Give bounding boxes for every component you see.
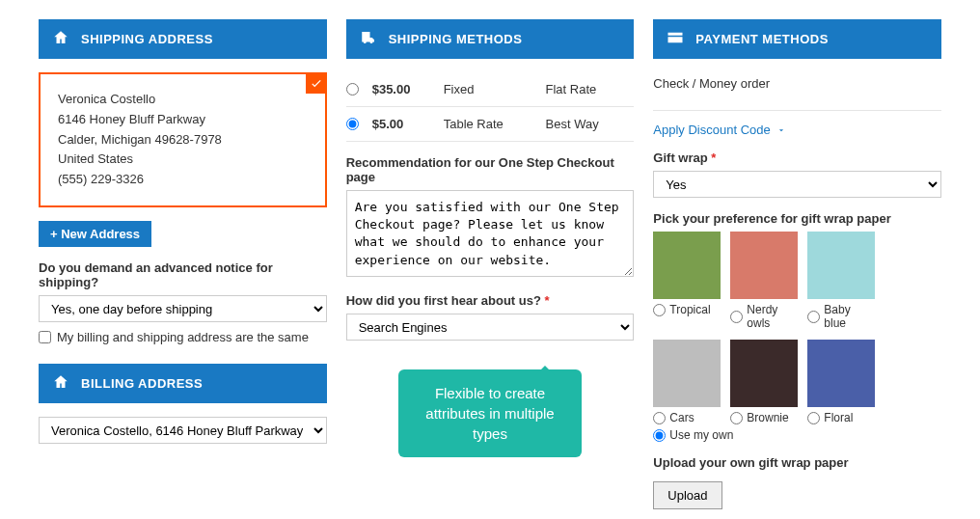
giftwrap-swatch[interactable]: Cars	[653, 340, 721, 424]
giftwrap-option-label: Tropical	[669, 303, 710, 316]
swatch-image[interactable]	[807, 232, 875, 299]
giftwrap-option-radio[interactable]	[730, 311, 743, 323]
apply-discount-link[interactable]: Apply Discount Code	[653, 123, 785, 137]
check-icon	[306, 72, 327, 94]
swatch-image[interactable]	[653, 340, 721, 407]
shipping-method-radio[interactable]	[346, 83, 359, 96]
advanced-notice-select[interactable]: Yes, one day before shipping	[39, 295, 327, 322]
giftwrap-option-radio[interactable]	[807, 412, 820, 424]
upload-label: Upload your own gift wrap paper	[653, 455, 941, 470]
giftwrap-option-radio[interactable]	[653, 412, 666, 424]
giftwrap-label: Gift wrap	[653, 150, 941, 165]
shipping-method: Flat Rate	[546, 82, 635, 96]
billing-address-select[interactable]: Veronica Costello, 6146 Honey Bluff Park…	[39, 417, 327, 444]
giftwrap-option-label: Use my own	[669, 428, 733, 442]
shipping-address-header: SHIPPING ADDRESS	[39, 19, 327, 59]
address-country: United States	[58, 150, 308, 170]
upload-button[interactable]: Upload	[653, 481, 721, 509]
home-icon	[52, 373, 69, 394]
giftwrap-option-label: Floral	[824, 411, 853, 424]
address-city: Calder, Michigan 49628-7978	[58, 130, 308, 150]
same-address-checkbox[interactable]	[39, 331, 51, 343]
callout-text: Flexible to create attributes in multipl…	[425, 385, 554, 442]
giftwrap-swatch[interactable]: Brownie	[730, 340, 798, 424]
billing-address-title: BILLING ADDRESS	[81, 376, 203, 391]
giftwrap-swatch[interactable]: Floral	[807, 340, 875, 424]
giftwrap-pref-label: Pick your preference for gift wrap paper	[653, 211, 941, 226]
hear-about-label: How did you first hear about us?	[346, 293, 635, 308]
truck-icon	[360, 29, 377, 49]
shipping-price: $5.00	[372, 117, 430, 131]
giftwrap-select[interactable]: Yes	[653, 171, 941, 198]
shipping-address-title: SHIPPING ADDRESS	[81, 32, 213, 46]
shipping-method: Best Way	[546, 117, 635, 131]
address-street: 6146 Honey Bluff Parkway	[58, 110, 308, 130]
swatch-image[interactable]	[807, 340, 875, 407]
giftwrap-option-label: Baby blue	[824, 303, 875, 330]
giftwrap-swatch[interactable]: Nerdy owls	[730, 232, 798, 330]
selected-address-card[interactable]: Veronica Costello 6146 Honey Bluff Parkw…	[39, 72, 327, 207]
giftwrap-swatch[interactable]: Tropical	[653, 232, 721, 330]
shipping-carrier: Table Rate	[444, 117, 532, 131]
new-address-button[interactable]: + New Address	[39, 221, 151, 247]
shipping-method-row[interactable]: $35.00 Fixed Flat Rate	[346, 72, 635, 107]
home-icon	[52, 29, 69, 49]
recommendation-label: Recommendation for our One Step Checkout…	[346, 155, 635, 184]
payment-methods-title: PAYMENT METHODS	[695, 32, 829, 46]
giftwrap-option-radio[interactable]	[653, 429, 666, 442]
billing-address-header: BILLING ADDRESS	[39, 364, 327, 403]
shipping-method-row[interactable]: $5.00 Table Rate Best Way	[346, 107, 635, 142]
address-name: Veronica Costello	[58, 90, 308, 110]
payment-method-label: Check / Money order	[653, 76, 941, 91]
swatch-image[interactable]	[730, 232, 798, 299]
hear-about-select[interactable]: Search Engines	[346, 314, 635, 341]
chevron-down-icon	[776, 125, 786, 135]
callout-bubble: Flexible to create attributes in multipl…	[398, 369, 582, 457]
recommendation-textarea[interactable]: Are you satisfied with our One Step Chec…	[346, 190, 635, 277]
giftwrap-option-label: Cars	[669, 411, 694, 424]
shipping-method-radio[interactable]	[346, 118, 359, 130]
swatch-image[interactable]	[730, 340, 798, 407]
same-address-label: My billing and shipping address are the …	[57, 330, 309, 344]
giftwrap-option-radio[interactable]	[653, 304, 666, 316]
swatch-image[interactable]	[653, 232, 721, 299]
giftwrap-option-radio[interactable]	[730, 412, 743, 424]
address-phone: (555) 229-3326	[58, 170, 308, 190]
giftwrap-option-label: Brownie	[747, 411, 788, 424]
giftwrap-option-radio[interactable]	[807, 311, 820, 323]
advanced-notice-label: Do you demand an advanced notice for shi…	[39, 260, 327, 289]
giftwrap-option-label: Nerdy owls	[747, 303, 798, 330]
giftwrap-swatch[interactable]: Baby blue	[807, 232, 875, 330]
shipping-carrier: Fixed	[444, 82, 532, 96]
shipping-price: $35.00	[372, 82, 430, 96]
credit-card-icon	[667, 29, 684, 49]
payment-methods-header: PAYMENT METHODS	[653, 19, 941, 59]
shipping-methods-title: SHIPPING METHODS	[389, 32, 523, 46]
shipping-methods-header: SHIPPING METHODS	[346, 19, 635, 59]
